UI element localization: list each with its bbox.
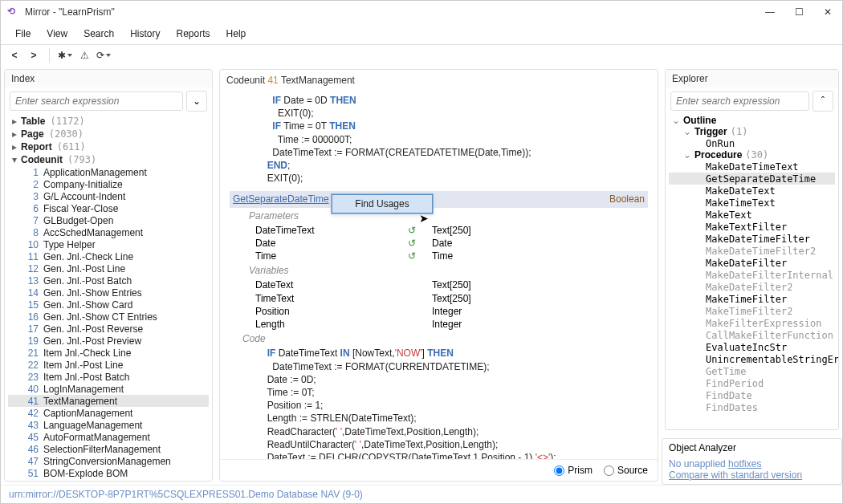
outline-root[interactable]: ⌄Outline	[669, 115, 835, 126]
outline-item[interactable]: CallMakeFilterFunction	[669, 329, 835, 341]
tree-item[interactable]: 42CaptionManagement	[8, 407, 209, 419]
menu-search[interactable]: Search	[75, 25, 122, 43]
tree-item[interactable]: 12Gen. Jnl.-Post Line	[8, 262, 209, 274]
tree-item[interactable]: 11Gen. Jnl.-Check Line	[8, 250, 209, 262]
outline-item[interactable]: MakeTimeFilter	[669, 293, 835, 305]
outline-item[interactable]: MakeFilterExpression	[669, 317, 835, 329]
var-row: DateTextText[250]	[230, 278, 648, 291]
index-search-dropdown[interactable]: ⌄	[186, 91, 207, 112]
tree-item[interactable]: 43LanguageManagement	[8, 419, 209, 431]
outline-item[interactable]: MakeDateFilter2	[669, 281, 835, 293]
tree-item[interactable]: 22Item Jnl.-Post Line	[8, 359, 209, 371]
index-panel: Index ⌄ ▸Table(1172) ▸Page(2030) ▸Report…	[4, 69, 213, 482]
outline-item[interactable]: MakeDateTimeFilter2	[669, 245, 835, 257]
menu-file[interactable]: File	[7, 25, 39, 43]
outline-item[interactable]: GetTime	[669, 365, 835, 377]
tree-group-table[interactable]: ▸Table(1172)	[8, 115, 209, 128]
outline-procedure[interactable]: ⌄Procedure(30)	[669, 149, 835, 161]
tree-item[interactable]: 13Gen. Jnl.-Post Batch	[8, 274, 209, 287]
app-icon: ⟲	[7, 6, 20, 18]
outline-item[interactable]: EvaluateIncStr	[669, 341, 835, 353]
settings-button[interactable]: ✱	[58, 48, 72, 63]
outline-trigger[interactable]: ⌄Trigger(1)	[669, 126, 835, 137]
outline-item[interactable]: MakeTextFilter	[669, 221, 835, 233]
tree-item[interactable]: 10Type Helper	[8, 238, 209, 250]
menu-history[interactable]: History	[122, 25, 168, 43]
tree-item[interactable]: 23Item Jnl.-Post Batch	[8, 371, 209, 383]
menu-reports[interactable]: Reports	[169, 25, 218, 43]
tree-item[interactable]: 8AccSchedManagement	[8, 226, 209, 238]
window-title: Mirror - "LearnPrism"	[25, 6, 762, 18]
source-radio[interactable]: Source	[604, 465, 648, 476]
tree-item[interactable]: 2Company-Initialize	[8, 178, 209, 190]
context-menu: Find Usages	[331, 193, 434, 214]
variables-label: Variables	[230, 262, 648, 278]
nav-forward-button[interactable]: >	[26, 48, 41, 63]
tree-item[interactable]: 19Gen. Jnl.-Post Preview	[8, 335, 209, 347]
hotfixes-line: No unapplied hotfixes	[669, 458, 835, 469]
tree-group-report[interactable]: ▸Report(611)	[8, 140, 209, 153]
outline-item[interactable]: MakeTimeText	[669, 197, 835, 209]
explorer-search-input[interactable]	[670, 91, 809, 111]
outline-item[interactable]: MakeDateFilterInternal	[669, 269, 835, 281]
view-mode-toggle: Prism Source	[220, 459, 658, 481]
tree-item[interactable]: 51BOM-Explode BOM	[8, 467, 209, 479]
hotfixes-link[interactable]: hotfixes	[728, 458, 761, 469]
outline-item[interactable]: MakeDateText	[669, 185, 835, 197]
code-label: Code	[230, 331, 648, 347]
maximize-button[interactable]: ☐	[791, 6, 807, 18]
prism-radio[interactable]: Prism	[554, 465, 593, 476]
outline-item[interactable]: FindDates	[669, 401, 835, 413]
tree-item[interactable]: 6Fiscal Year-Close	[8, 202, 209, 214]
tree-item[interactable]: 16Gen. Jnl.-Show CT Entries	[8, 311, 209, 323]
outline-item[interactable]: MakeDateTimeText	[669, 161, 835, 173]
tree-item[interactable]: 46SelectionFilterManagement	[8, 443, 209, 455]
analyzer-header: Object Analyzer	[669, 442, 835, 453]
close-button[interactable]: ✕	[820, 6, 836, 18]
warning-icon[interactable]: ⚠	[77, 48, 92, 63]
index-search-input[interactable]	[10, 91, 183, 111]
index-tree[interactable]: ▸Table(1172) ▸Page(2030) ▸Report(611) ▾C…	[5, 115, 212, 481]
menu-help[interactable]: Help	[218, 25, 255, 43]
outline-item[interactable]: OnRun	[669, 137, 835, 149]
minimize-button[interactable]: —	[762, 6, 778, 18]
procedure-header[interactable]: GetSeparateDateTime Boolean	[230, 191, 648, 207]
tree-item[interactable]: 45AutoFormatManagement	[8, 431, 209, 443]
tree-group-codeunit[interactable]: ▾Codeunit(793)	[8, 153, 209, 166]
parameters-label: Parameters	[230, 208, 648, 224]
explorer-search-dropdown[interactable]: ˆ	[812, 91, 833, 112]
procedure-return-type: Boolean	[609, 193, 645, 205]
outline-item[interactable]: FindDate	[669, 389, 835, 401]
tree-item[interactable]: 47StringConversionManagemen	[8, 455, 209, 467]
tree-group-page[interactable]: ▸Page(2030)	[8, 128, 209, 140]
object-analyzer-panel: Object Analyzer No unapplied hotfixes Co…	[662, 438, 842, 485]
outline-item[interactable]: GetSeparateDateTime	[669, 173, 835, 185]
outline-item[interactable]: FindPeriod	[669, 377, 835, 389]
tree-item[interactable]: 15Gen. Jnl.-Show Card	[8, 299, 209, 311]
tree-item[interactable]: 56Sales - Calc Discount By	[8, 479, 209, 481]
find-usages-button[interactable]: Find Usages	[332, 194, 433, 213]
refresh-button[interactable]: ⟳	[96, 48, 111, 63]
outline-item[interactable]: UnincrementableStringError	[669, 353, 835, 365]
outline-tree[interactable]: ⌄Outline ⌄Trigger(1) OnRun ⌄Procedure(30…	[666, 115, 838, 413]
tree-item[interactable]: 3G/L Account-Indent	[8, 190, 209, 202]
tree-item[interactable]: 14Gen. Jnl.-Show Entries	[8, 287, 209, 299]
outline-item[interactable]: MakeDateTimeFilter	[669, 233, 835, 245]
tree-item[interactable]: 7GLBudget-Open	[8, 214, 209, 226]
outline-item[interactable]: MakeDateFilter	[669, 257, 835, 269]
outline-item[interactable]: MakeText	[669, 209, 835, 221]
tree-item[interactable]: 1ApplicationManagement	[8, 166, 209, 178]
tree-item[interactable]: 17Gen. Jnl.-Post Reverse	[8, 323, 209, 335]
code-body[interactable]: IF Date = 0D THEN EXIT(0); IF Time = 0T …	[220, 91, 658, 459]
var-row: TimeTextText[250]	[230, 292, 648, 305]
code-panel: Codeunit 41 TextManagement IF Date = 0D …	[219, 69, 658, 482]
param-row: Date↺Date	[230, 237, 648, 250]
menu-view[interactable]: View	[39, 25, 75, 43]
compare-link[interactable]: Compare with standard version	[669, 469, 835, 481]
tree-item[interactable]: 21Item Jnl.-Check Line	[8, 347, 209, 359]
tree-item[interactable]: 40LogInManagement	[8, 383, 209, 395]
tree-item[interactable]: 41TextManagement	[8, 395, 209, 407]
outline-item[interactable]: MakeTimeFilter2	[669, 305, 835, 317]
titlebar: ⟲ Mirror - "LearnPrism" — ☐ ✕	[1, 1, 842, 23]
nav-back-button[interactable]: <	[7, 48, 22, 63]
